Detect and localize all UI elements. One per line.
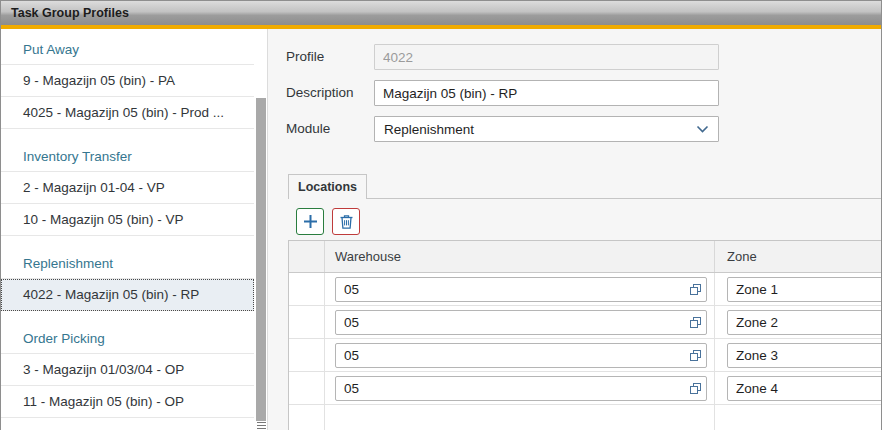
sidebar-item-profile-4022-selected[interactable]: 4022 - Magazijn 05 (bin) - RP <box>1 279 254 311</box>
zone-cell <box>727 310 881 335</box>
scrollbar-thumb[interactable] <box>256 98 266 421</box>
table-row <box>289 372 881 405</box>
description-label: Description <box>286 80 372 106</box>
table-row <box>289 306 881 339</box>
tab-strip: Locations <box>288 174 881 199</box>
table-row <box>289 339 881 372</box>
sidebar-item-profile-3[interactable]: 3 - Magazijn 01/03/04 - OP <box>1 354 254 386</box>
zone-cell <box>727 277 881 302</box>
warehouse-cell <box>335 310 707 335</box>
zone-input[interactable] <box>728 278 881 301</box>
sidebar-item-profile-4025[interactable]: 4025 - Magazijn 05 (bin) - Prod ... <box>1 97 254 129</box>
group-header-put-away: Put Away <box>1 29 254 65</box>
group-header-inventory-transfer: Inventory Transfer <box>1 129 254 172</box>
sidebar-group-inventory-transfer: Inventory Transfer 2 - Magazijn 01-04 - … <box>1 129 254 236</box>
warehouse-cell <box>335 343 707 368</box>
plus-icon <box>302 213 319 230</box>
delete-row-button[interactable] <box>332 208 360 235</box>
group-header-replenishment: Replenishment <box>1 236 254 279</box>
value-help-icon[interactable] <box>684 349 706 362</box>
group-header-order-picking: Order Picking <box>1 311 254 354</box>
warehouse-input[interactable] <box>336 278 684 301</box>
value-help-icon[interactable] <box>684 283 706 296</box>
warehouse-cell <box>335 376 707 401</box>
sidebar-group-put-away: Put Away 9 - Magazijn 05 (bin) - PA 4025… <box>1 29 254 129</box>
trash-icon <box>339 214 354 230</box>
module-label: Module <box>286 116 372 142</box>
table-row <box>289 273 881 306</box>
profiles-sidebar: Put Away 9 - Magazijn 05 (bin) - PA 4025… <box>1 29 254 430</box>
warehouse-input[interactable] <box>336 311 684 334</box>
add-row-button[interactable] <box>296 208 324 235</box>
zone-input[interactable] <box>728 377 881 400</box>
warehouse-input[interactable] <box>336 344 684 367</box>
table-row-empty <box>289 405 881 430</box>
profile-label: Profile <box>286 44 372 70</box>
sidebar-item-profile-10[interactable]: 10 - Magazijn 05 (bin) - VP <box>1 204 254 236</box>
row-selector[interactable] <box>289 273 325 305</box>
window-body: Put Away 9 - Magazijn 05 (bin) - PA 4025… <box>1 29 881 430</box>
zone-input[interactable] <box>728 311 881 334</box>
value-help-icon[interactable] <box>684 316 706 329</box>
profile-input <box>374 44 719 70</box>
zone-input[interactable] <box>728 344 881 367</box>
value-help-icon[interactable] <box>684 382 706 395</box>
description-input[interactable] <box>374 80 719 106</box>
module-select[interactable]: Replenishment <box>374 116 719 142</box>
zone-cell <box>727 343 881 368</box>
row-selector[interactable] <box>289 339 325 371</box>
tab-locations[interactable]: Locations <box>288 174 367 199</box>
warehouse-input[interactable] <box>336 377 684 400</box>
profile-detail-panel: Profile Description Module Replenishment… <box>267 29 881 430</box>
module-selected-value: Replenishment <box>384 122 474 137</box>
locations-table: Warehouse Zone <box>288 240 881 430</box>
locations-toolbar <box>296 208 360 235</box>
zone-cell <box>727 376 881 401</box>
row-selector[interactable] <box>289 405 325 430</box>
row-selector[interactable] <box>289 306 325 338</box>
sidebar-item-profile-2[interactable]: 2 - Magazijn 01-04 - VP <box>1 172 254 204</box>
window-titlebar[interactable]: Task Group Profiles <box>1 1 881 25</box>
task-group-profiles-window: Task Group Profiles Put Away 9 - Magazij… <box>0 0 882 430</box>
row-selector[interactable] <box>289 372 325 404</box>
warehouse-cell <box>335 277 707 302</box>
sidebar-item-profile-9[interactable]: 9 - Magazijn 05 (bin) - PA <box>1 65 254 97</box>
column-header-warehouse: Warehouse <box>325 241 715 272</box>
sidebar-item-profile-11[interactable]: 11 - Magazijn 05 (bin) - OP <box>1 386 254 418</box>
chevron-down-icon <box>696 125 709 134</box>
sidebar-group-order-picking: Order Picking 3 - Magazijn 01/03/04 - OP… <box>1 311 254 418</box>
sidebar-scrollbar[interactable] <box>254 29 267 430</box>
splitter-grip-icon[interactable] <box>257 422 266 429</box>
header-row-selector <box>289 241 325 272</box>
sidebar-group-replenishment: Replenishment 4022 - Magazijn 05 (bin) -… <box>1 236 254 311</box>
table-header-row: Warehouse Zone <box>289 241 881 273</box>
column-header-zone: Zone <box>715 241 881 272</box>
window-title: Task Group Profiles <box>11 6 129 20</box>
